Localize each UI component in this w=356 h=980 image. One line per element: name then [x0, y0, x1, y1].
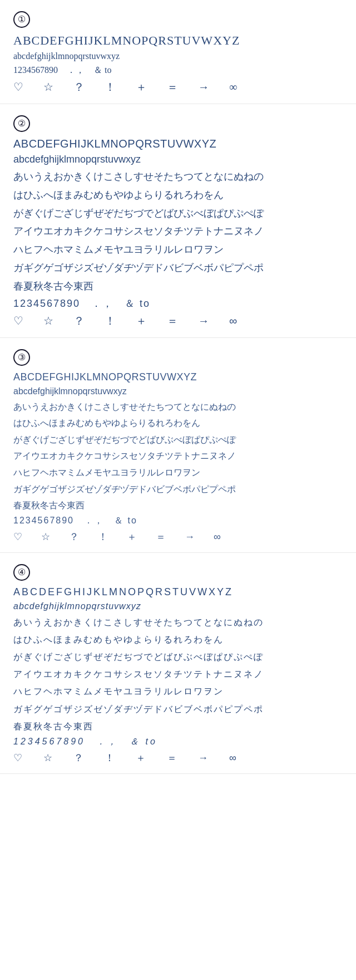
- section-2-uppercase: ABCDEFGHIJKLMNOPQRSTUVWXYZ: [13, 138, 343, 150]
- section-3: ③ ABCDEFGHIJKLMNOPQRSTUVWXYZ abcdefghijk…: [0, 338, 356, 553]
- section-2-number: ②: [13, 115, 30, 132]
- section-1-lowercase: abcdefghijklmnopqrstuvwxyz: [13, 51, 343, 61]
- section-4-uppercase: ABCDEFGHIJKLMNOPQRSTUVWXYZ: [13, 586, 343, 598]
- section-3-lowercase: abcdefghijklmnopqrstuvwxyz: [13, 386, 343, 396]
- section-4-number: ④: [13, 564, 30, 581]
- section-4: ④ ABCDEFGHIJKLMNOPQRSTUVWXYZ abcdefghijk…: [0, 553, 356, 774]
- section-3-japanese-2: がぎぐげござじずぜぞだぢづでどばびぶべぼぱぴぷぺぽ: [13, 433, 343, 447]
- section-2-japanese-4: ハヒフヘホマミムメモヤユヨラリルレロワヲン: [13, 242, 343, 258]
- section-1-number: ①: [13, 11, 30, 28]
- section-2-japanese-2: がぎぐげござじずぜぞだぢづでどばびぶべぼぱぴぷぺぽ: [13, 205, 343, 222]
- section-4-japanese-6: 春夏秋冬古今東西: [13, 719, 343, 734]
- section-2-japanese-6: 春夏秋冬古今東西: [13, 278, 343, 295]
- section-1-uppercase: ABCDEFGHIJKLMNOPQRSTUVWXYZ: [13, 33, 343, 48]
- section-4-japanese-3: アイウエオカキクケコサシスセソタチツテトナニヌネノ: [13, 667, 343, 682]
- section-1-symbols: ♡ ☆ ？ ！ ＋ ＝ → ∞: [13, 80, 343, 95]
- section-4-japanese-5: ガギグゲゴザジズゼゾダヂヅデドバビブベボパピプペポ: [13, 702, 343, 717]
- section-4-japanese-4: ハヒフヘホマミムメモヤユヨラリルレロワヲン: [13, 684, 343, 699]
- section-2: ② ABCDEFGHIJKLMNOPQRSTUVWXYZ abcdefghijk…: [0, 104, 356, 338]
- section-2-numbers: 1234567890 ．， ＆ to: [13, 297, 343, 310]
- section-4-japanese-0: あいうえおかきくけこさしすせそたちつてとなにぬねの: [13, 615, 343, 630]
- section-3-japanese-5: ガギグゲゴザジズゼゾダヂヅデドバビブベボパピプペポ: [13, 482, 343, 497]
- section-1-numbers: 1234567890 ．， ＆ to: [13, 65, 343, 76]
- section-3-japanese-1: はひふへほまみむめもやゆよらりるれろわをん: [13, 416, 343, 430]
- section-2-japanese-1: はひふへほまみむめもやゆよらりるれろわをん: [13, 187, 343, 203]
- section-2-japanese-0: あいうえおかきくけこさしすせそたちつてとなにぬねの: [13, 169, 343, 185]
- section-3-uppercase: ABCDEFGHIJKLMNOPQRSTUVWXYZ: [13, 371, 343, 383]
- section-2-japanese-5: ガギグゲゴザジズゼゾダヂヅデドバビブベボパピプペポ: [13, 260, 343, 276]
- section-3-symbols: ♡ ☆ ？ ！ ＋ ＝ → ∞: [13, 530, 343, 543]
- section-2-symbols: ♡ ☆ ？ ！ ＋ ＝ → ∞: [13, 313, 343, 329]
- section-3-japanese-4: ハヒフヘホマミムメモヤユヨラリルレロワヲン: [13, 465, 343, 480]
- section-4-symbols: ♡ ☆ ？ ！ ＋ ＝ → ∞: [13, 751, 343, 765]
- section-3-number: ③: [13, 349, 30, 366]
- section-4-japanese-1: はひふへほまみむめもやゆよらりるれろわをん: [13, 632, 343, 647]
- section-1: ① ABCDEFGHIJKLMNOPQRSTUVWXYZ abcdefghijk…: [0, 0, 356, 104]
- section-4-numbers: 1234567890 ．， ＆ to: [13, 736, 343, 748]
- section-2-lowercase: abcdefghijklmnopqrstuvwxyz: [13, 154, 343, 165]
- section-3-japanese-6: 春夏秋冬古今東西: [13, 498, 343, 513]
- section-4-japanese-2: がぎぐげござじずぜぞだぢづでどばびぶべぼぱぴぷぺぽ: [13, 649, 343, 664]
- section-3-numbers: 1234567890 ．， ＆ to: [13, 515, 343, 527]
- section-3-japanese-0: あいうえおかきくけこさしすせそたちつてとなにぬねの: [13, 400, 343, 414]
- section-3-japanese-3: アイウエオカキクケコサシスセソタチツテトナニヌネノ: [13, 449, 343, 463]
- section-4-lowercase: abcdefghijklmnopqrstuvwxyz: [13, 601, 343, 611]
- section-2-japanese-3: アイウエオカキクケコサシスセソタチツテトナニヌネノ: [13, 223, 343, 239]
